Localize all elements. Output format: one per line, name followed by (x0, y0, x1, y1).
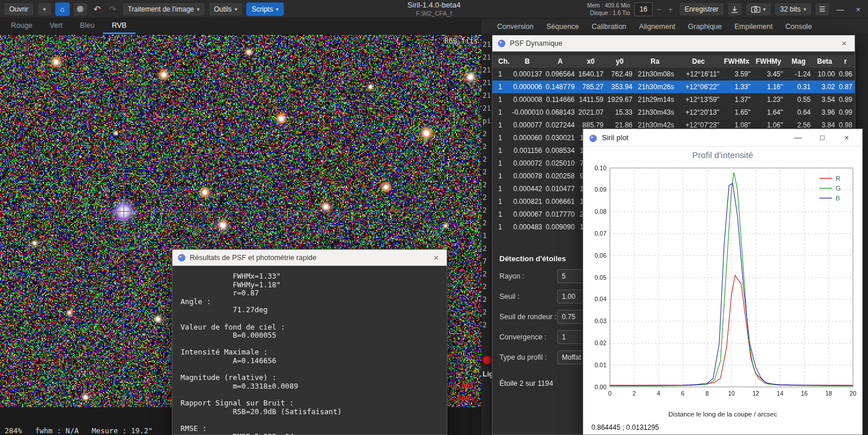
y-tick-label: 0.04 (595, 295, 607, 302)
hamburger-icon: ☰ (819, 5, 826, 13)
chart-title: Profil d'intensité (583, 150, 862, 160)
psf-table-cell: 0.017770 (546, 210, 578, 218)
psf-table-cell: 1.23" (754, 96, 786, 104)
home-icon: ⌂ (60, 5, 64, 13)
image-processing-menu[interactable]: Traitement de l'image▾ (122, 2, 205, 16)
bit-depth-menu[interactable]: 32 bits▾ (774, 2, 812, 16)
tab-rvb[interactable]: RVB (103, 19, 135, 34)
plot-window-titlebar[interactable]: Siril plot — □ × (583, 129, 862, 147)
siril-logo-icon (589, 134, 597, 142)
chart-x-axis-label: Distance le long de la coupe / arcsec (583, 411, 862, 418)
psf-column-header[interactable]: FWHMx (723, 57, 754, 65)
star-core (424, 131, 429, 136)
tab-rouge[interactable]: Rouge (2, 19, 41, 34)
snapshot-button[interactable]: ▾ (745, 2, 772, 16)
tab-vert[interactable]: Vert (41, 19, 71, 34)
tab-séquence[interactable]: Séquence (540, 23, 585, 31)
psf-table-cell: 0.008534 (546, 147, 578, 155)
zoom-status-bar: 284% fwhm : N/A Mesure : 19.2" (5, 426, 153, 435)
open-button[interactable]: Ouvrir (3, 2, 34, 16)
frame-decrement-button[interactable]: − (654, 5, 664, 14)
results-dialog-titlebar[interactable]: Résultats de PSF et photométrie rapide × (172, 250, 447, 266)
x-tick-label: 0 (608, 390, 612, 397)
hamburger-menu-button[interactable]: ☰ (815, 2, 830, 16)
star-core (279, 117, 283, 120)
psf-column-header[interactable]: A (546, 57, 578, 65)
open-dropdown-button[interactable]: ▾ (37, 2, 52, 16)
x-tick-label: 2 (632, 390, 636, 397)
psf-column-header[interactable]: B (512, 57, 546, 65)
undo-icon[interactable]: ↶ (91, 4, 104, 14)
psf-table-cell: 0.64 (786, 108, 814, 116)
scripts-menu[interactable]: Scripts▾ (246, 2, 284, 16)
psf-table-cell: 1411.59 (578, 96, 607, 104)
save-button[interactable]: Enregistrer (679, 2, 724, 16)
bit-depth-label: 32 bits (780, 5, 800, 13)
psf-column-header[interactable]: r (838, 57, 856, 65)
psf-table-cell: 1 (492, 70, 512, 78)
psf-table-cell: 2021.07 (578, 108, 607, 116)
tools-menu[interactable]: Outils▾ (208, 2, 243, 16)
export-button[interactable] (727, 2, 742, 16)
psf-column-header[interactable]: Dec (678, 57, 723, 65)
y-tick-label: 0.06 (595, 252, 607, 259)
psf-table-cell: 0.99 (838, 108, 856, 116)
detection-field-label: Rayon : (499, 272, 557, 280)
tab-console[interactable]: Console (779, 23, 818, 31)
psf-table-row[interactable]: 10.0001370.0965641640.17762.4921h30m08s+… (492, 68, 855, 81)
frame-value[interactable]: 16 (634, 2, 653, 16)
detection-field-label: Convergence : (499, 333, 557, 341)
psf-column-header[interactable]: y0 (607, 57, 636, 65)
home-button[interactable]: ⌂ (55, 2, 70, 16)
psf-table-cell: 0.000137 (512, 70, 546, 78)
tab-alignement[interactable]: Alignement (632, 23, 682, 31)
psf-table-row[interactable]: 10.0000060.148779785.27353.9421h30m26s+1… (492, 81, 855, 93)
y-tick-label: 0.07 (595, 230, 607, 237)
psf-table-cell: 1 (492, 121, 512, 129)
y-tick-label: 0.01 (595, 361, 607, 368)
star-core (54, 60, 58, 64)
x-tick-label: 8 (705, 390, 709, 397)
tab-calibration[interactable]: Calibration (586, 23, 633, 31)
psf-table-cell: -0.000010 (512, 108, 546, 116)
psf-table-cell: 1.37" (723, 96, 754, 104)
tab-graphique[interactable]: Graphique (682, 23, 728, 31)
record-indicator-icon[interactable] (482, 355, 492, 365)
minimize-button[interactable]: — (833, 5, 848, 14)
close-button[interactable]: × (837, 133, 856, 142)
maximize-button[interactable]: □ (812, 133, 832, 142)
close-icon[interactable]: × (839, 38, 849, 48)
psf-column-header[interactable]: FWHMy (754, 57, 786, 65)
redo-icon[interactable]: ↷ (106, 4, 119, 14)
tab-empilement[interactable]: Empilement (728, 23, 779, 31)
psf-table-cell: 785.27 (578, 83, 607, 91)
psf-table-row[interactable]: 10.0000080.1146661411.591929.6721h29m14s… (492, 93, 855, 106)
psf-table-cell: 885.79 (578, 121, 607, 129)
psf-column-header[interactable]: Mag (786, 57, 814, 65)
x-tick-label: 18 (825, 390, 832, 397)
psf-dialog-titlebar[interactable]: PSF Dynamique × (492, 35, 855, 52)
psf-column-header[interactable]: x0 (578, 57, 607, 65)
close-icon[interactable]: × (431, 253, 442, 262)
star-core (248, 51, 251, 54)
minimize-button[interactable]: — (788, 133, 808, 142)
record-button[interactable] (73, 2, 88, 16)
tab-bleu[interactable]: Bleu (71, 19, 103, 34)
close-button[interactable]: × (851, 5, 866, 14)
tab-conversion[interactable]: Conversion (491, 23, 540, 31)
star-core (68, 312, 71, 314)
psf-table-cell: 0.006661 (546, 198, 578, 206)
psf-table-cell: 3.45" (754, 70, 786, 78)
psf-column-header[interactable]: Beta (814, 57, 838, 65)
psf-table-row[interactable]: 1-0.0000100.0681432021.0715.3321h30m43s+… (492, 106, 855, 119)
psf-table-cell: 1 (492, 159, 512, 167)
psf-column-header[interactable]: Ra (636, 57, 678, 65)
psf-table-cell: 3.54 (814, 96, 838, 104)
y-tick-label: 0.09 (595, 186, 607, 193)
download-icon (731, 6, 738, 13)
psf-results-text: FWHMx=1.33" FWHMy=1.18" r=0.87 Angle : 7… (172, 266, 447, 435)
psf-column-header[interactable]: Ch. (492, 57, 512, 65)
frame-increment-button[interactable]: + (665, 5, 676, 14)
star-core (444, 225, 446, 226)
psf-table-cell: +12°07'23" (678, 121, 723, 129)
